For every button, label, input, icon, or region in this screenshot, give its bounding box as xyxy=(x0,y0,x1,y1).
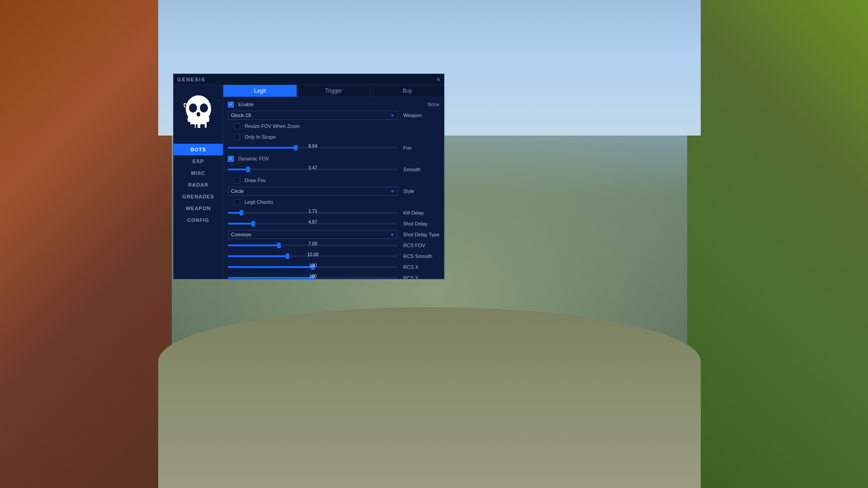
rcs-fov-slider-track xyxy=(228,244,398,246)
smooth-slider-track xyxy=(228,169,398,170)
smooth-slider-fill xyxy=(228,169,248,170)
rcs-y-slider-thumb[interactable] xyxy=(311,275,315,279)
rcs-x-label: RCS X xyxy=(403,264,439,270)
rcs-y-slider-track xyxy=(228,277,398,279)
shot-delay-slider-fill xyxy=(228,223,253,225)
smooth-slider-thumb[interactable] xyxy=(246,167,250,172)
shot-delay-type-arrow: ▼ xyxy=(390,232,395,237)
sidebar-item-config[interactable]: CONFIG xyxy=(174,214,223,226)
shot-delay-slider-thumb[interactable] xyxy=(251,221,255,226)
svg-rect-4 xyxy=(196,124,198,131)
sidebar-item-bots[interactable]: BOTS xyxy=(174,144,223,155)
rcs-fov-slider-container: 7.00 xyxy=(228,242,398,249)
weapon-dropdown[interactable]: Glock-18 ▼ xyxy=(228,111,398,120)
kill-delay-slider-container: 1.71 xyxy=(228,210,398,216)
legit-checks-wrapper: Legit Checks xyxy=(234,199,274,205)
resize-fov-row: Resize FOV When Zoom xyxy=(228,122,439,131)
svg-rect-2 xyxy=(188,117,209,122)
svg-point-8 xyxy=(197,112,200,117)
logo-area xyxy=(178,89,219,139)
sidebar: BOTS ESP MISC RADAR GRENADES WEAPON CONF… xyxy=(174,85,223,279)
shot-delay-slider-container: 4.87 xyxy=(228,221,398,227)
kill-delay-slider-thumb[interactable] xyxy=(240,210,243,216)
fov-label: Fov xyxy=(403,145,439,150)
style-dropdown[interactable]: Circle ▼ xyxy=(228,187,398,196)
overlay-window: GENESIS × xyxy=(173,74,444,279)
weapon-dropdown-arrow: ▼ xyxy=(390,113,395,118)
window-body: BOTS ESP MISC RADAR GRENADES WEAPON CONF… xyxy=(174,85,444,279)
fov-slider-track xyxy=(228,147,398,149)
sidebar-item-radar[interactable]: RADAR xyxy=(174,179,223,191)
rcs-x-row: 100 RCS X xyxy=(228,263,439,272)
tab-buy[interactable]: Buy xyxy=(371,85,444,97)
rcs-x-slider-container: 100 xyxy=(228,264,398,270)
draw-fov-row: Draw Fov xyxy=(228,176,439,185)
only-in-scope-checkbox[interactable] xyxy=(234,134,240,140)
tab-bar: Legit Trigger Buy xyxy=(223,85,444,97)
tab-trigger[interactable]: Trigger xyxy=(297,85,371,97)
rcs-x-slider-thumb[interactable] xyxy=(311,264,315,270)
rcs-fov-slider-fill xyxy=(228,244,279,246)
close-button[interactable]: × xyxy=(437,76,440,83)
svg-point-7 xyxy=(200,103,208,113)
dynamic-fov-wrapper: ✓ Dynamic FOV xyxy=(228,156,269,162)
only-in-scope-label: Only In Scope xyxy=(245,134,276,140)
rcs-smooth-slider-thumb[interactable] xyxy=(286,253,289,259)
style-label: Style xyxy=(403,188,439,194)
smooth-row: 3.47 Smooth xyxy=(228,165,439,174)
weapon-row: Glock-18 ▼ Weapon xyxy=(228,111,439,120)
sidebar-item-weapon[interactable]: WEAPON xyxy=(174,202,223,214)
rcs-smooth-slider-fill xyxy=(228,255,288,257)
legit-checks-checkbox[interactable] xyxy=(234,199,240,205)
dynamic-fov-checkmark: ✓ xyxy=(229,157,233,161)
dynamic-fov-row: ✓ Dynamic FOV xyxy=(228,154,439,163)
fov-slider-thumb[interactable] xyxy=(294,145,297,150)
window-title: GENESIS xyxy=(177,77,206,82)
resize-fov-checkbox[interactable] xyxy=(234,123,240,129)
shot-delay-label: Shot Delay xyxy=(403,221,439,226)
shot-delay-type-label: Shot Delay Type xyxy=(403,232,439,237)
none-label: None xyxy=(428,102,439,107)
smooth-label: Smooth xyxy=(403,167,439,172)
sidebar-item-grenades[interactable]: GRENADES xyxy=(174,191,223,202)
settings-panel: ✓ Enable None Glock-18 ▼ Weapon xyxy=(223,97,444,279)
rcs-x-slider-track xyxy=(228,266,398,268)
shot-delay-row: 4.87 Shot Delay xyxy=(228,219,439,228)
only-in-scope-row: Only In Scope xyxy=(228,132,439,141)
enable-row: ✓ Enable None xyxy=(228,100,439,109)
style-value: Circle xyxy=(231,188,244,194)
dynamic-fov-label: Dynamic FOV xyxy=(238,156,269,161)
shot-delay-type-row: Common ▼ Shot Delay Type xyxy=(228,230,439,239)
sidebar-item-esp[interactable]: ESP xyxy=(174,155,223,167)
kill-delay-label: Kill Delay xyxy=(403,210,439,216)
bg-right-building xyxy=(687,0,868,488)
svg-rect-3 xyxy=(190,124,195,131)
enable-checkbox[interactable]: ✓ xyxy=(228,102,234,108)
sidebar-item-misc[interactable]: MISC xyxy=(174,167,223,179)
sidebar-nav: BOTS ESP MISC RADAR GRENADES WEAPON CONF… xyxy=(174,144,223,226)
resize-fov-wrapper: Resize FOV When Zoom xyxy=(234,123,300,129)
draw-fov-checkbox[interactable] xyxy=(234,178,240,183)
fov-row: 8.84 Fov xyxy=(228,143,439,152)
rcs-smooth-row: 10.00 RCS Smooth xyxy=(228,252,439,261)
titlebar: GENESIS × xyxy=(174,74,444,85)
kill-delay-slider-track xyxy=(228,212,398,214)
style-row: Circle ▼ Style xyxy=(228,187,439,196)
kill-delay-row: 1.71 Kill Delay xyxy=(228,208,439,217)
weapon-value: Glock-18 xyxy=(231,113,251,118)
tab-legit[interactable]: Legit xyxy=(223,85,297,97)
rcs-fov-slider-thumb[interactable] xyxy=(277,243,281,248)
weapon-label: Weapon xyxy=(403,113,439,118)
shot-delay-type-value: Common xyxy=(231,232,251,237)
legit-checks-row: Legit Checks xyxy=(228,197,439,206)
dynamic-fov-checkbox[interactable]: ✓ xyxy=(228,156,234,162)
enable-checkbox-wrapper: ✓ Enable xyxy=(228,102,254,108)
shot-delay-type-dropdown[interactable]: Common ▼ xyxy=(228,230,397,239)
only-in-scope-wrapper: Only In Scope xyxy=(234,134,276,140)
svg-point-6 xyxy=(189,103,197,113)
rcs-fov-row: 7.00 RCS FOV xyxy=(228,241,439,250)
skull-icon xyxy=(180,92,217,137)
rcs-fov-label: RCS FOV xyxy=(403,243,439,248)
svg-rect-5 xyxy=(200,124,205,131)
resize-fov-label: Resize FOV When Zoom xyxy=(245,123,300,129)
